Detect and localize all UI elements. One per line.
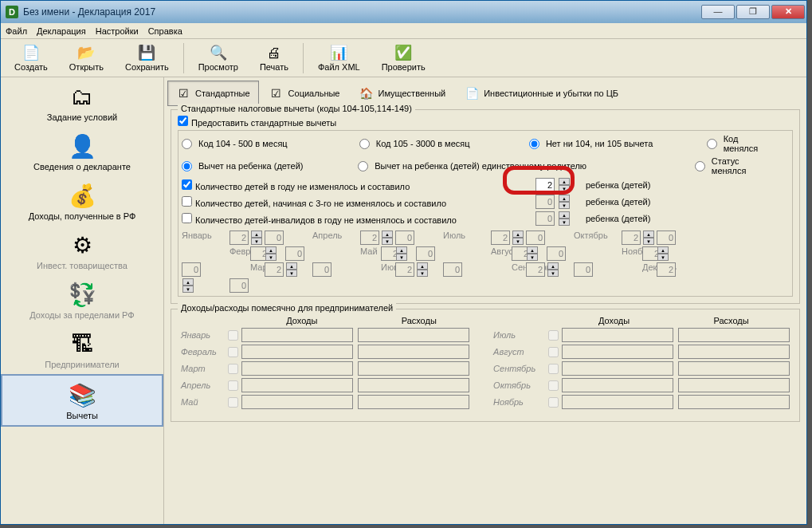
- pred-income-left[interactable]: [241, 361, 353, 376]
- children-from3-input[interactable]: [535, 195, 555, 209]
- sidebar-item-0[interactable]: 🗂Задание условий: [1, 77, 163, 127]
- radio-child[interactable]: Вычет на ребенка (детей): [182, 161, 342, 171]
- month-spinner[interactable]: ▲▼: [643, 231, 655, 245]
- children-count-checkbox[interactable]: Количество детей в году не изменялось и …: [182, 179, 532, 191]
- provide-standard-checkbox[interactable]: Предоставить стандартные вычеты: [178, 116, 336, 128]
- save-button[interactable]: 💾Сохранить: [115, 41, 179, 74]
- menu-settings[interactable]: Настройки: [96, 26, 139, 36]
- close-button[interactable]: ✕: [771, 5, 805, 19]
- pred-expense-right[interactable]: [678, 361, 790, 376]
- sidebar-item-3[interactable]: ⚙Инвест. товарищества: [1, 226, 163, 275]
- pred-enable-right[interactable]: [548, 364, 559, 374]
- month-spinner[interactable]: ▲▼: [286, 262, 311, 277]
- radio-status-changed[interactable]: Статус менялся: [695, 156, 773, 175]
- month-val2[interactable]: [416, 246, 435, 261]
- month-val1[interactable]: [491, 231, 510, 245]
- pred-income-left[interactable]: [241, 378, 353, 392]
- month-val2[interactable]: [182, 262, 201, 277]
- create-button[interactable]: 📄Создать: [4, 41, 58, 74]
- pred-enable-right[interactable]: [548, 347, 559, 357]
- month-spinner[interactable]: ▲▼: [417, 262, 441, 277]
- tab-standard[interactable]: ☑Стандартные: [167, 81, 259, 106]
- month-spinner[interactable]: ▲▼: [251, 231, 263, 245]
- pred-expense-left[interactable]: [358, 395, 469, 409]
- tab-property[interactable]: 🏠Имущественный: [350, 81, 454, 106]
- pred-income-right[interactable]: [562, 345, 673, 359]
- month-val2[interactable]: [285, 246, 304, 261]
- month-val2[interactable]: [526, 231, 545, 245]
- pred-income-right[interactable]: [562, 361, 673, 376]
- children-invalid-checkbox[interactable]: Количество детей-инвалидов в году не изм…: [182, 213, 532, 225]
- sidebar-item-2[interactable]: 💰Доходы, полученные в РФ: [1, 176, 163, 226]
- pred-expense-left[interactable]: [358, 345, 469, 359]
- month-spinner[interactable]: ▲▼: [512, 231, 524, 245]
- pred-income-left[interactable]: [241, 345, 353, 359]
- month-val1[interactable]: [395, 262, 414, 277]
- pred-expense-left[interactable]: [358, 328, 469, 342]
- month-val2[interactable]: [265, 231, 284, 245]
- pred-expense-right[interactable]: [678, 345, 790, 359]
- month-spinner[interactable]: ▲▼: [396, 246, 414, 261]
- sidebar-item-5[interactable]: 🏗Предприниматели: [1, 325, 163, 374]
- sidebar-item-6[interactable]: 📚Вычеты: [1, 374, 163, 427]
- pred-enable-left[interactable]: [228, 364, 238, 374]
- radio-no-code[interactable]: Нет ни 104, ни 105 вычета: [529, 139, 691, 149]
- sidebar-item-1[interactable]: 👤Сведения о декларанте: [1, 127, 163, 176]
- month-val2[interactable]: [395, 231, 414, 245]
- month-spinner[interactable]: ▲▼: [265, 246, 284, 261]
- sidebar-item-4[interactable]: 💱Доходы за пределами РФ: [1, 275, 163, 325]
- preview-button[interactable]: 🔍Просмотр: [188, 41, 249, 74]
- month-spinner[interactable]: ▲▼: [182, 278, 228, 293]
- tab-social[interactable]: ☑Социальные: [261, 81, 349, 106]
- month-val1[interactable]: [360, 231, 379, 245]
- minimize-button[interactable]: —: [701, 5, 735, 19]
- pred-income-right[interactable]: [562, 328, 673, 342]
- children-from3-spinner[interactable]: ▲▼: [559, 195, 570, 209]
- pred-expense-left[interactable]: [358, 378, 469, 392]
- radio-code-105[interactable]: Код 105 - 3000 в месяц: [359, 139, 513, 149]
- children-invalid-spinner[interactable]: ▲▼: [559, 211, 570, 226]
- pred-expense-right[interactable]: [678, 328, 790, 342]
- pred-enable-right[interactable]: [548, 330, 559, 341]
- children-from3-checkbox[interactable]: Количество детей, начиная с 3-го не изме…: [182, 196, 532, 208]
- pred-income-right[interactable]: [562, 378, 673, 392]
- print-button[interactable]: 🖨Печать: [249, 41, 299, 74]
- pred-expense-right[interactable]: [678, 395, 790, 409]
- open-button[interactable]: 📂Открыть: [59, 41, 114, 74]
- menu-help[interactable]: Справка: [148, 26, 182, 36]
- xml-button[interactable]: 📊Файл XML: [308, 41, 371, 74]
- month-val2[interactable]: [547, 246, 566, 261]
- pred-enable-left[interactable]: [228, 380, 238, 391]
- pred-enable-right[interactable]: [548, 380, 559, 391]
- month-val2[interactable]: [574, 262, 593, 277]
- month-val1[interactable]: [229, 231, 249, 245]
- month-spinner[interactable]: ▲▼: [382, 231, 394, 245]
- check-button[interactable]: ✅Проверить: [371, 41, 436, 74]
- month-val1[interactable]: [657, 262, 676, 277]
- month-spinner[interactable]: ▲▼: [527, 246, 545, 261]
- pred-enable-right[interactable]: [548, 397, 559, 408]
- menu-declaration[interactable]: Декларация: [37, 26, 86, 36]
- pred-enable-left[interactable]: [228, 397, 238, 408]
- pred-expense-left[interactable]: [358, 361, 469, 376]
- month-val1[interactable]: [265, 262, 284, 277]
- tab-invest[interactable]: 📄Инвестиционные и убытки по ЦБ: [456, 81, 627, 106]
- pred-income-left[interactable]: [241, 395, 353, 409]
- month-val2[interactable]: [443, 262, 462, 277]
- children-invalid-input[interactable]: [535, 211, 555, 226]
- radio-code-104[interactable]: Код 104 - 500 в месяц: [182, 139, 343, 149]
- pred-enable-left[interactable]: [228, 330, 238, 341]
- pred-expense-right[interactable]: [678, 378, 790, 392]
- menu-file[interactable]: Файл: [6, 26, 27, 36]
- month-val2[interactable]: [229, 278, 249, 293]
- maximize-button[interactable]: ❐: [736, 5, 770, 19]
- month-spinner[interactable]: ▲▼: [547, 262, 572, 277]
- pred-income-left[interactable]: [241, 328, 353, 342]
- pred-income-right[interactable]: [562, 395, 673, 409]
- month-val1[interactable]: [622, 231, 641, 245]
- month-val2[interactable]: [657, 231, 676, 245]
- radio-code-changed[interactable]: Код менялся: [707, 134, 773, 153]
- month-val2[interactable]: [312, 262, 331, 277]
- month-val1[interactable]: [526, 262, 545, 277]
- pred-enable-left[interactable]: [228, 347, 238, 357]
